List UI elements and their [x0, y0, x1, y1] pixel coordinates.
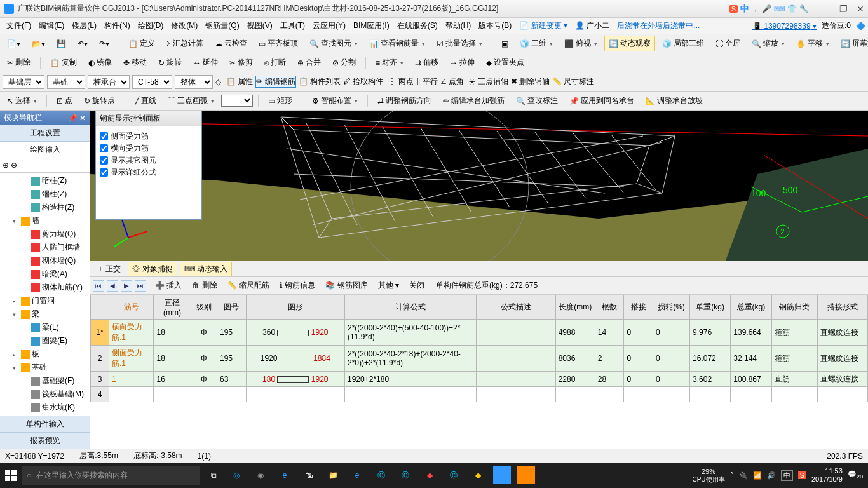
app-icon-edge[interactable]: e [276, 466, 294, 484]
minimize-button[interactable]: — [822, 4, 831, 14]
sidebar-close-icon[interactable]: ✕ [79, 114, 86, 123]
tree-item[interactable]: 人防门框墙 [0, 241, 90, 254]
category-select[interactable]: 基础 [47, 75, 85, 89]
code-select[interactable]: CT-58 [132, 75, 172, 89]
view-rebar-button[interactable]: 📊 查看钢筋量 [365, 36, 430, 51]
tree-item[interactable]: 暗柱(Z) [0, 174, 90, 187]
grid-delete-button[interactable]: 🗑 删除 [188, 279, 220, 292]
opt-side-rebar[interactable]: 侧面受力筋 [100, 130, 198, 142]
rotate-button[interactable]: ↻ 旋转 [154, 55, 186, 71]
arc-button[interactable]: ⌒ 三点画弧 [163, 93, 219, 109]
close-button[interactable]: ✕ [857, 4, 864, 14]
member-select[interactable]: 桩承台 [88, 75, 130, 89]
menu-edit[interactable]: 编辑(E) [35, 18, 68, 33]
grid-info-button[interactable]: ℹ 钢筋信息 [276, 279, 319, 292]
stretch-button[interactable]: ↔ 拉伸 [445, 55, 479, 71]
tray-notifications[interactable]: 💬20 [848, 470, 863, 480]
smart-layout-button[interactable]: ⚙ 智能布置 [308, 93, 362, 109]
tree-item[interactable]: 砌体加筋(Y) [0, 281, 90, 294]
tree-item[interactable]: 剪力墙(Q) [0, 227, 90, 241]
app-icon-2[interactable]: ◉ [252, 466, 269, 484]
new-change-link[interactable]: 📄 新建变更 ▾ [515, 18, 571, 33]
tree-item[interactable]: ▸板 [0, 348, 90, 361]
props-button[interactable]: 📋 属性 [226, 76, 253, 87]
fullscreen-button[interactable]: ⛶ 全屏 [711, 36, 745, 51]
tree-item[interactable]: 基础梁(F) [0, 374, 90, 388]
tree-item[interactable]: 构造柱(Z) [0, 201, 90, 214]
tree-item[interactable]: 暗梁(A) [0, 268, 90, 281]
offset-button[interactable]: ⇉ 偏移 [410, 55, 443, 71]
cloud-check-button[interactable]: ☁ 云检查 [210, 36, 252, 51]
pick-member-button[interactable]: 🖊 拾取构件 [343, 76, 383, 87]
sidebar-tab-draw[interactable]: 绘图输入 [0, 142, 90, 158]
apply-same-button[interactable]: 📌 应用到同名承台 [565, 93, 639, 109]
dynamic-input-button[interactable]: ⌨ 动态输入 [180, 262, 232, 276]
save-button[interactable]: 💾 [52, 37, 71, 51]
break-button[interactable]: ⎋ 打断 [260, 55, 290, 71]
find-button[interactable]: 🔍 查找图元 [305, 36, 362, 51]
expand-all-icon[interactable]: ⊕ [3, 161, 9, 170]
sidebar-tab-single[interactable]: 单构件输入 [0, 416, 90, 432]
tree-item[interactable]: ▾墙 [0, 214, 90, 227]
copy-button[interactable]: 📋 复制 [46, 55, 81, 71]
redo-button[interactable]: ↷▾ [95, 37, 114, 51]
menu-member[interactable]: 构件(N) [100, 18, 134, 33]
nav-last[interactable]: ⏭ [135, 280, 146, 292]
sidebar-tab-report[interactable]: 报表预览 [0, 432, 90, 449]
menu-help[interactable]: 帮助(H) [442, 18, 475, 33]
menu-bim[interactable]: BIM应用(I) [349, 18, 393, 33]
tree-item[interactable]: ▾基础 [0, 361, 90, 374]
ortho-button[interactable]: ⊥ 正交 [93, 262, 125, 276]
app-icon-yellow[interactable]: ◆ [469, 466, 487, 484]
app-icon-red[interactable]: ◆ [421, 466, 438, 484]
ime-indicator[interactable]: S 中 ， 🎤⌨👕🔧 [729, 3, 809, 15]
point-angle-button[interactable]: ∠ 点角 [440, 76, 464, 87]
viewport-3d[interactable]: 100 500 2 [90, 111, 868, 261]
3d-icon[interactable]: ▣ [497, 37, 513, 51]
undo-button[interactable]: ↶▾ [73, 37, 92, 51]
grid-other-button[interactable]: 其他 ▾ [374, 279, 403, 292]
taskbar-search[interactable]: ○ 在这里输入你要搜索的内容 [22, 466, 200, 485]
cpu-meter[interactable]: 29%CPU使用率 [692, 468, 724, 482]
menu-modify[interactable]: 修改(M) [167, 18, 201, 33]
whole-select[interactable]: 整体 [175, 75, 213, 89]
cost-bean[interactable]: 造价豆:0 [822, 20, 851, 31]
merge-button[interactable]: ⊕ 合并 [293, 55, 325, 71]
tree-item[interactable]: ▸门窗洞 [0, 294, 90, 308]
nav-prev[interactable]: ◀ [107, 280, 118, 292]
define-button[interactable]: 📋 定义 [124, 36, 159, 51]
delete-button[interactable]: ✂ 删除 [3, 55, 35, 71]
flat-top-button[interactable]: ▭ 平齐板顶 [254, 36, 302, 51]
menu-floor[interactable]: 楼层(L) [68, 18, 100, 33]
extend-button[interactable]: ↔ 延伸 [189, 55, 222, 71]
setpoint-button[interactable]: ◆ 设置夹点 [482, 55, 529, 71]
opt-show-detail[interactable]: 显示详细公式 [100, 166, 198, 179]
grid-close-button[interactable]: 关闭 [405, 279, 428, 292]
select-tool-button[interactable]: ↖ 选择 [3, 93, 41, 109]
tree-item[interactable]: 圈梁(E) [0, 334, 90, 348]
maximize-button[interactable]: ❐ [839, 4, 848, 14]
pan-button[interactable]: ✋ 平移 [792, 36, 834, 51]
opt-show-other[interactable]: 显示其它图元 [100, 154, 198, 166]
zoom-button[interactable]: 🔍 缩放 [747, 36, 789, 51]
taskview-icon[interactable]: ⧉ [205, 466, 222, 484]
del-aux-button[interactable]: ✖ 删除辅轴 [511, 76, 550, 87]
menu-view[interactable]: 视图(V) [243, 18, 276, 33]
parallel-button[interactable]: ∥ 平行 [416, 76, 438, 87]
app-icon-1[interactable]: ◎ [227, 466, 245, 484]
collapse-all-icon[interactable]: ⊖ [11, 161, 17, 170]
app-icon-orange[interactable] [517, 466, 535, 484]
trim-button[interactable]: ✂ 修剪 [225, 55, 257, 71]
three-point-aux-button[interactable]: ⚹ 三点辅轴 [469, 76, 508, 87]
edit-rebar-button[interactable]: ✏ 编辑钢筋 [255, 76, 295, 88]
move-button[interactable]: ✥ 移动 [119, 55, 151, 71]
two-point-button[interactable]: ⋮ 两点 [388, 76, 413, 87]
user-name[interactable]: 👤 广小二 [571, 18, 613, 33]
grid-scale-button[interactable]: 📏 缩尺配筋 [224, 279, 273, 292]
edit-jq-button[interactable]: ✏ 编辑承台加强筋 [438, 93, 509, 109]
menu-version[interactable]: 版本号(B) [475, 18, 515, 33]
menu-rebar[interactable]: 钢筋量(Q) [201, 18, 243, 33]
tray-up-icon[interactable]: ˄ [730, 471, 734, 480]
opt-horiz-rebar[interactable]: 横向受力筋 [100, 142, 198, 154]
app-icon-ie[interactable]: e [348, 466, 366, 484]
